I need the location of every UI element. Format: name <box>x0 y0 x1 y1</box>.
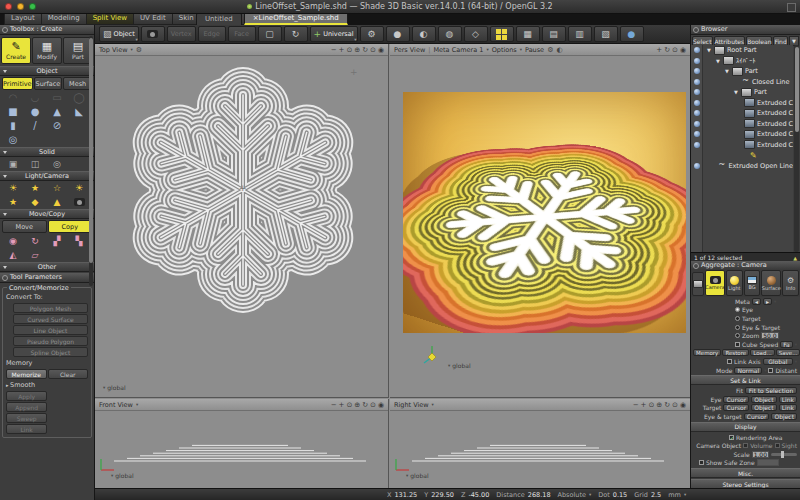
tree-row[interactable]: ▼Part <box>703 87 793 98</box>
primitive-wedge-icon[interactable]: ◣ <box>68 105 90 119</box>
surface-tab[interactable]: Surface <box>34 77 63 90</box>
primitive-line-icon[interactable]: / <box>24 119 46 133</box>
dome-light-icon[interactable]: ▲ <box>46 195 68 209</box>
line-light-icon[interactable]: ◆ <box>24 195 46 209</box>
distant-light-icon[interactable]: ☆ <box>46 181 68 195</box>
zoom-window-button[interactable] <box>29 3 36 10</box>
radio-eye[interactable] <box>735 307 740 312</box>
camera-view-button[interactable] <box>141 26 165 42</box>
copy-mirror-icon[interactable]: ▚ <box>68 234 90 248</box>
primitive-tab[interactable]: Primitive <box>2 77 33 90</box>
viewport-control-0[interactable]: + <box>656 46 662 54</box>
convert-spline-object-button[interactable]: Spline Object <box>13 347 88 357</box>
visibility-dot[interactable] <box>694 89 700 95</box>
smooth-label[interactable]: ▸ Smooth <box>6 381 89 389</box>
gear-icon[interactable]: ⚙ <box>547 46 553 54</box>
vertex-mode-button[interactable]: Vertex <box>167 26 196 42</box>
sight-checkbox[interactable] <box>775 443 780 448</box>
tool-settings-button[interactable]: ⚙ <box>360 26 384 42</box>
front-viewport[interactable]: Front View▾ −+⊙⊕↻⊙◉ ▾global <box>95 399 389 488</box>
convert-polygon-mesh-button[interactable]: Polygon Mesh <box>13 303 88 313</box>
primitive-arc-icon[interactable]: ◠ <box>2 91 24 105</box>
camera-selector[interactable]: Meta Camera 1 <box>433 46 483 54</box>
tree-row[interactable]: ▼Part <box>703 66 793 77</box>
scale-field[interactable]: 1.00 <box>752 451 769 458</box>
object-mode-button[interactable]: ▧Object▾ <box>99 26 139 42</box>
panel-collapse-icon[interactable] <box>693 27 699 33</box>
create-tool-button[interactable]: ✎Create <box>1 37 31 64</box>
marquee-select-button[interactable]: ▢ <box>258 26 282 42</box>
fullscreen-button[interactable] <box>787 3 796 12</box>
universal-manipulator-button[interactable]: +Universal▾ <box>310 26 358 42</box>
copy-shear-icon[interactable]: ▱ <box>24 248 46 262</box>
viewport-control-3[interactable]: ⊕ <box>354 46 360 54</box>
viewport-control-3[interactable]: ⊕ <box>656 401 662 409</box>
visibility-dot[interactable] <box>694 163 700 169</box>
viewport-control-0[interactable]: − <box>331 46 337 54</box>
primitive-circle-icon[interactable]: ◯ <box>68 91 90 105</box>
tree-row[interactable]: Extruded Closed <box>703 140 793 151</box>
eye-target-object-button[interactable]: Object <box>771 413 797 420</box>
toolbox-scrollbar-thumb[interactable] <box>89 38 93 263</box>
distant-checkbox[interactable] <box>768 368 773 373</box>
meta-dropdown-icon[interactable]: ▾ <box>774 299 776 304</box>
split-view-button[interactable] <box>490 26 514 42</box>
browser-scrollbar[interactable] <box>794 45 799 252</box>
camera-load-button[interactable]: Load... <box>750 349 774 356</box>
grid-toggle-button[interactable]: ▦ <box>516 26 540 42</box>
chevron-down-icon[interactable]: ▾ <box>795 342 797 347</box>
radio-eye-target[interactable] <box>735 325 740 330</box>
aggregate-tab-bg[interactable]: BG <box>744 270 761 296</box>
face-mode-button[interactable]: Face <box>228 26 256 42</box>
close-window-button[interactable] <box>5 3 12 10</box>
top-viewport[interactable]: Top View▾ ⚙ −+⊙⊕↻⊙◉ + + ▾global <box>95 44 389 398</box>
copy-array-icon[interactable]: ◭ <box>2 248 24 262</box>
solid-ring-icon[interactable]: ◎ <box>46 157 68 171</box>
copy-translate-icon[interactable]: ◉ <box>2 234 24 248</box>
visibility-dot[interactable] <box>694 79 700 85</box>
pause-button[interactable]: Pause <box>525 46 544 54</box>
radio-target[interactable] <box>735 316 740 321</box>
layout-one-button[interactable]: ▤ <box>542 26 566 42</box>
primitive-rect-icon[interactable]: ▭ <box>46 91 68 105</box>
primitive-cylinder-icon[interactable]: ▮ <box>2 119 24 133</box>
eye-target-cursor-button[interactable]: Cursor <box>744 413 770 420</box>
primitive-cube-icon[interactable]: ■ <box>2 105 24 119</box>
area-light-icon[interactable]: ★ <box>2 195 24 209</box>
chevron-down-icon[interactable]: ▾ <box>795 359 797 364</box>
ambient-light-icon[interactable]: ☀ <box>68 181 90 195</box>
viewport-control-4[interactable]: ↻ <box>362 46 368 54</box>
rendering-area-checkbox[interactable] <box>729 435 734 440</box>
smooth-append-button[interactable]: Append <box>6 402 47 412</box>
viewport-control-3[interactable]: ◉ <box>680 46 686 54</box>
toolbox-header[interactable]: Toolbox : Create <box>0 25 94 35</box>
other-section-bar[interactable]: Other <box>0 262 94 272</box>
meta-next-button[interactable]: ▸ <box>763 298 772 305</box>
aggregate-tab-light[interactable]: Light <box>726 270 743 296</box>
viewport-control-1[interactable]: + <box>339 401 345 409</box>
viewport-control-4[interactable]: ↻ <box>362 401 368 409</box>
panel-collapse-icon[interactable] <box>2 27 8 33</box>
tree-row[interactable]: ✎ <box>703 150 793 161</box>
toolbox-scrollbar[interactable] <box>89 36 93 286</box>
light-camera-section-bar[interactable]: Light/Camera <box>0 171 94 181</box>
expander-icon[interactable]: ▼ <box>715 58 721 64</box>
aggregate-tab-surface[interactable]: Surface <box>761 270 781 296</box>
viewport-control-1[interactable]: + <box>641 401 647 409</box>
expander-icon[interactable]: ▼ <box>724 68 730 74</box>
tree-row[interactable]: Extruded Closed <box>703 129 793 140</box>
aggregate-pin-icon[interactable] <box>692 272 704 296</box>
front-global-label[interactable]: ▾global <box>111 472 134 479</box>
front-view-label[interactable]: Front View <box>99 401 133 409</box>
tree-row[interactable]: ~Closed Line <box>703 77 793 88</box>
rendered-preview[interactable] <box>403 92 686 333</box>
visibility-dot[interactable] <box>694 100 700 106</box>
eye-object-button[interactable]: Object <box>751 396 777 403</box>
scale-slider[interactable] <box>771 453 797 456</box>
copy-scale-icon[interactable]: ▞ <box>46 234 68 248</box>
tree-row[interactable]: Extruded Closed <box>703 98 793 109</box>
panel-collapse-icon[interactable] <box>2 275 8 281</box>
target-object-button[interactable]: Object <box>751 404 777 411</box>
minimize-window-button[interactable] <box>17 3 24 10</box>
modify-tool-button[interactable]: ▦Modify <box>32 37 62 64</box>
